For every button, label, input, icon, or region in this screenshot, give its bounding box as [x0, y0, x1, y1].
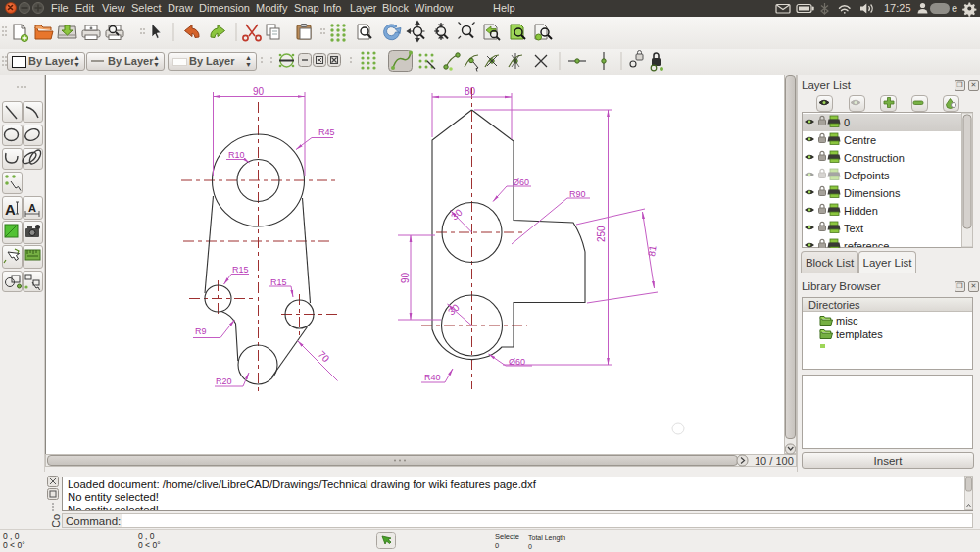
- svg-text:R15: R15: [232, 265, 249, 275]
- svg-text:Ø60: Ø60: [509, 357, 525, 367]
- svg-text:90: 90: [400, 272, 411, 283]
- svg-text:R90: R90: [569, 189, 586, 199]
- svg-text:81: 81: [646, 244, 659, 257]
- svg-text:R9: R9: [195, 326, 207, 336]
- svg-text:30: 30: [449, 207, 465, 223]
- svg-text:250: 250: [596, 226, 607, 242]
- svg-text:Ø60: Ø60: [513, 177, 529, 187]
- svg-text:R15: R15: [270, 277, 287, 287]
- svg-text:80: 80: [465, 86, 476, 97]
- svg-text:R40: R40: [424, 373, 441, 382]
- svg-text:R20: R20: [216, 376, 232, 386]
- svg-text:R45: R45: [318, 127, 335, 137]
- svg-text:90: 90: [253, 86, 265, 97]
- svg-text:R10: R10: [228, 150, 245, 160]
